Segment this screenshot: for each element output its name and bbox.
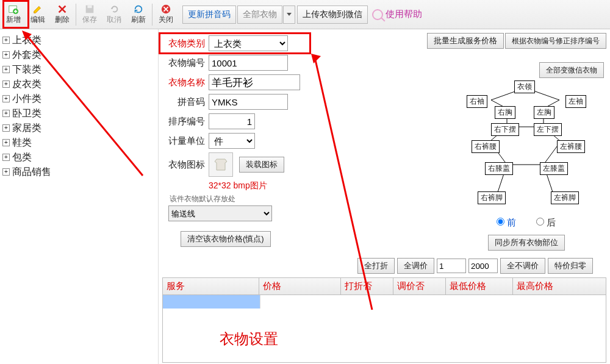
expand-icon[interactable]: + — [2, 168, 10, 176]
dg-r-hem[interactable]: 右下摆 — [491, 123, 519, 136]
tree-item[interactable]: +小件类 — [2, 91, 156, 106]
search-icon — [372, 9, 383, 20]
col-price: 价格 — [259, 278, 341, 294]
icon-preview — [209, 152, 233, 177]
tree-item[interactable]: +鞋类 — [2, 135, 156, 150]
name-label: 衣物名称 — [162, 77, 205, 88]
diagram-panel: 全部变微信衣物 衣领 右袖 左袖 右胸 左胸 右下摆 左下摆 右裤腰 左裤腰 右… — [448, 62, 604, 251]
dg-r-sleeve[interactable]: 右袖 — [467, 95, 487, 108]
dg-collar[interactable]: 衣领 — [514, 80, 535, 93]
col-max: 最高价格 — [513, 278, 606, 294]
dg-l-ankle[interactable]: 左裤脚 — [551, 191, 579, 204]
code-label: 衣物编号 — [162, 57, 205, 69]
no-adjust-button[interactable]: 全不调价 — [500, 258, 545, 274]
expand-icon[interactable]: + — [2, 124, 10, 132]
dg-l-chest[interactable]: 左胸 — [534, 106, 554, 119]
expand-icon[interactable]: + — [2, 139, 10, 146]
load-icon-button[interactable]: 装载图标 — [239, 157, 284, 173]
expand-icon[interactable]: + — [2, 51, 10, 59]
undo-icon — [109, 4, 120, 15]
name-input[interactable] — [209, 74, 300, 90]
back-radio[interactable]: 后 — [536, 217, 556, 227]
expand-icon[interactable]: + — [2, 95, 10, 102]
selected-cell[interactable] — [163, 295, 260, 309]
delete-button[interactable]: 删除 — [50, 1, 74, 28]
tree-item[interactable]: +外套类 — [2, 48, 156, 62]
grid-header: 服务 价格 打折否 调价否 最低价格 最高价格 — [163, 278, 606, 295]
tree-item[interactable]: +家居类 — [2, 121, 156, 135]
dg-r-knee[interactable]: 右膝盖 — [485, 162, 513, 175]
grid-body[interactable] — [163, 295, 606, 362]
pinyin-label: 拼音码 — [162, 96, 205, 108]
dg-r-ankle[interactable]: 右裤脚 — [478, 191, 506, 204]
tree-item[interactable]: +皮衣类 — [2, 77, 156, 91]
big-label: 衣物设置 — [220, 329, 278, 349]
col-min: 最低价格 — [446, 278, 513, 294]
price-val2[interactable] — [468, 259, 498, 273]
all-adjust-button[interactable]: 全调价 — [397, 258, 434, 274]
help-link[interactable]: 使用帮助 — [372, 9, 422, 20]
add-icon — [8, 4, 19, 15]
cancel-button[interactable]: 取消 — [102, 1, 126, 28]
refresh-icon — [133, 4, 144, 15]
close-icon — [160, 4, 171, 15]
expand-icon[interactable]: + — [2, 37, 10, 44]
tree-item[interactable]: +下装类 — [2, 62, 156, 77]
expand-icon[interactable]: + — [2, 110, 10, 117]
all-clothes-button[interactable]: 全部衣物 — [237, 5, 282, 24]
dg-r-chest[interactable]: 右胸 — [495, 106, 515, 119]
reset-special-button[interactable]: 特价归零 — [548, 258, 593, 274]
delete-icon — [57, 4, 68, 15]
new-button[interactable]: 新增 — [1, 1, 26, 28]
tree-item[interactable]: +商品销售 — [2, 165, 156, 179]
tree-item[interactable]: +包类 — [2, 150, 156, 165]
upload-wechat-button[interactable]: 上传衣物到微信 — [297, 5, 368, 24]
sync-parts-button[interactable]: 同步所有衣物部位 — [488, 235, 565, 251]
tree-item[interactable]: +卧卫类 — [2, 106, 156, 121]
dg-l-knee[interactable]: 左膝盖 — [540, 162, 568, 175]
pencil-icon — [32, 4, 43, 15]
all-wechat-button[interactable]: 全部变微信衣物 — [539, 62, 604, 78]
category-tree: +上衣类 +外套类 +下装类 +皮衣类 +小件类 +卧卫类 +家居类 +鞋类 +… — [0, 29, 159, 364]
expand-icon[interactable]: + — [2, 66, 10, 73]
storage-select[interactable]: 输送线 — [168, 205, 272, 221]
price-actions: 全打折 全调价 全不调价 特价归零 — [162, 258, 606, 274]
sort-label: 排序编号 — [162, 116, 205, 127]
toolbar: 新增 编辑 删除 保存 取消 刷新 关闭 更新拼音码 全部衣物 上传衣物到微信 … — [0, 0, 610, 29]
all-discount-button[interactable]: 全打折 — [357, 258, 395, 274]
body-diagram: 衣领 右袖 左袖 右胸 左胸 右下摆 左下摆 右裤腰 左裤腰 右膝盖 左膝盖 右… — [448, 79, 602, 213]
clear-price-button[interactable]: 清空该衣物价格(慎点) — [181, 231, 271, 247]
close-button[interactable]: 关闭 — [154, 1, 178, 28]
view-radios: 前 后 — [448, 217, 604, 229]
pinyin-input[interactable] — [209, 94, 288, 110]
icon-label: 衣物图标 — [162, 159, 205, 171]
dg-l-hem[interactable]: 左下摆 — [534, 123, 562, 136]
tree-item[interactable]: +上衣类 — [2, 33, 156, 48]
expand-icon[interactable]: + — [2, 80, 10, 88]
svg-rect-3 — [87, 5, 92, 9]
expand-icon[interactable]: + — [2, 154, 10, 161]
col-discount: 打折否 — [341, 278, 393, 294]
unit-select[interactable]: 件 — [209, 133, 255, 149]
update-pinyin-button[interactable]: 更新拼音码 — [182, 5, 236, 24]
price-grid: 服务 价格 打折否 调价否 最低价格 最高价格 — [162, 277, 606, 363]
edit-button[interactable]: 编辑 — [26, 1, 50, 28]
content: 衣物类别 上衣类 衣物编号 衣物名称 拼音码 排序编号 计量单位 件 衣物图标 … — [159, 29, 610, 364]
all-clothes-dropdown[interactable] — [283, 5, 295, 24]
price-val1[interactable] — [437, 259, 466, 273]
dg-l-sleeve[interactable]: 左袖 — [565, 95, 586, 108]
col-service: 服务 — [163, 278, 259, 294]
garment-icon — [212, 155, 230, 174]
dg-l-waist[interactable]: 左裤腰 — [557, 140, 585, 153]
sort-input[interactable] — [209, 113, 255, 129]
code-input[interactable] — [209, 55, 288, 71]
unit-label: 计量单位 — [162, 135, 205, 147]
category-label: 衣物类别 — [162, 38, 205, 49]
refresh-button[interactable]: 刷新 — [126, 1, 151, 28]
dg-r-waist[interactable]: 右裤腰 — [472, 140, 500, 153]
save-button[interactable]: 保存 — [77, 1, 102, 28]
category-select[interactable]: 上衣类 — [209, 35, 288, 51]
col-adjust: 调价否 — [393, 278, 446, 294]
front-radio[interactable]: 前 — [497, 217, 516, 227]
save-icon — [84, 4, 95, 15]
